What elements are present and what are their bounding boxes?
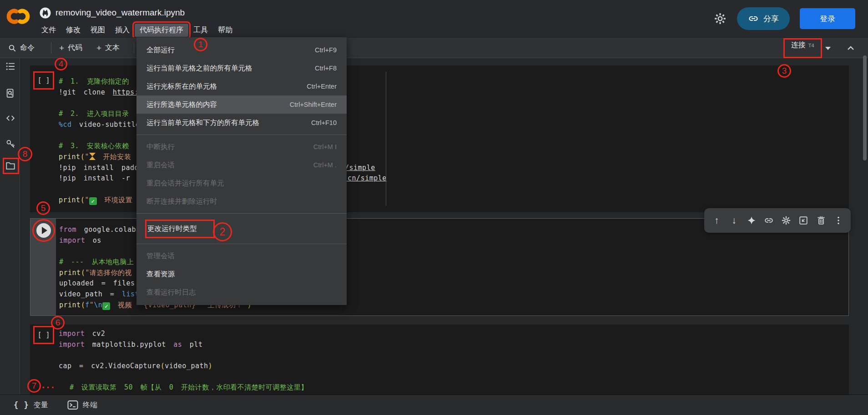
code-line	[59, 372, 308, 383]
annotation-circle-7: 7	[27, 379, 41, 393]
run-cell-button[interactable]	[36, 223, 51, 238]
check-emoji: ✓	[89, 197, 97, 205]
menubar-item-7[interactable]: 帮助	[213, 24, 237, 37]
insert-link-icon[interactable]	[763, 215, 775, 226]
toolbar-separator	[51, 42, 51, 54]
code-line: !pip install -ru.cn/simple	[59, 173, 140, 184]
code-line: print(" 开始安装	[59, 152, 140, 163]
runtime-menu-item[interactable]: 查看资源	[136, 265, 347, 283]
annotation-dots: ···	[42, 382, 56, 394]
gemini-icon[interactable]	[746, 215, 757, 226]
colab-logo-icon[interactable]	[5, 6, 31, 26]
connect-button[interactable]: 连接 T4	[786, 40, 820, 56]
toolbar: 命令 + 代码 + 文本 连接 T4	[0, 37, 868, 58]
code-line: import matplotlib.pyplot as plt	[59, 340, 308, 350]
plus-icon: +	[96, 43, 101, 53]
code-line: # 3. 安装核心依赖	[59, 141, 140, 152]
cell-run-gutter[interactable]: [ ]	[35, 74, 52, 87]
code-cell-3[interactable]: [ ] import cv2import matplotlib.pyplot a…	[30, 325, 849, 395]
braces-icon: { }	[14, 400, 29, 410]
variables-button[interactable]: { } 变量	[14, 400, 48, 410]
header-actions: 分享 登录	[713, 0, 859, 37]
open-in-tab-icon[interactable]	[797, 215, 809, 226]
runtime-menu: 全部运行Ctrl+F9运行当前单元格之前的所有单元格Ctrl+F8运行光标所在的…	[136, 37, 347, 305]
menu-item-label: 运行当前单元格和下方的所有单元格	[146, 118, 259, 128]
runtime-menu-item: 重启会话Ctrl+M .	[136, 156, 347, 174]
terminal-icon	[67, 400, 78, 410]
menu-item-label: 全部运行	[146, 45, 175, 55]
menu-divider	[136, 213, 347, 214]
signin-button[interactable]: 登录	[800, 8, 855, 29]
menu-item-label: 运行所选单元格的内容	[146, 100, 217, 110]
left-sidebar	[0, 58, 20, 395]
menu-item-shortcut: Ctrl+Shift+Enter	[290, 101, 337, 108]
find-icon[interactable]	[5, 88, 16, 99]
edit-settings-icon[interactable]	[780, 215, 792, 226]
code-line	[59, 184, 140, 195]
toolbar-separator	[134, 42, 134, 54]
code-line-tail: /simple	[345, 163, 375, 174]
share-link-icon	[748, 13, 759, 24]
runtime-menu-item: 查看运行时日志	[136, 283, 347, 301]
code-line: # 2. 进入项目目录	[59, 109, 140, 120]
annotation-circle-8: 8	[18, 147, 32, 161]
runtime-menu-item: 重启会话并运行所有单元	[136, 174, 347, 192]
terminal-label: 终端	[83, 400, 97, 410]
share-button[interactable]: 分享	[737, 7, 790, 30]
menubar-item-2[interactable]: 修改	[61, 24, 86, 37]
connect-dropdown-caret-icon[interactable]	[825, 47, 831, 50]
code-line: !pip install padd/simple	[59, 163, 140, 174]
runtime-menu-item[interactable]: 运行当前单元格之前的所有单元格Ctrl+F8	[136, 59, 347, 77]
add-code-button[interactable]: + 代码	[59, 38, 82, 58]
secrets-icon[interactable]	[5, 139, 16, 150]
connect-label: 连接	[791, 40, 806, 50]
scrollbar-thumb[interactable]	[863, 55, 867, 160]
menu-item-label: 运行光标所在的单元格	[146, 82, 217, 91]
code-snippets-icon[interactable]	[5, 113, 16, 124]
menu-item-label: 运行当前单元格之前的所有单元格	[146, 64, 252, 73]
code-editor[interactable]: import cv2import matplotlib.pyplot as pl…	[59, 329, 308, 393]
menubar-item-4[interactable]: 插入	[110, 24, 135, 37]
code-line: print("✓ 环境设置	[59, 195, 140, 206]
cell-toolbar: ↑↓	[704, 208, 851, 233]
runtime-menu-item[interactable]: 运行当前单元格和下方的所有单元格Ctrl+F10	[136, 114, 347, 132]
toc-icon[interactable]	[5, 61, 16, 72]
code-editor[interactable]: # 1. 克隆你指定的!git clone https:# 2. 进入项目目录%…	[59, 76, 140, 205]
runtime-menu-item[interactable]: 运行光标所在的单元格Ctrl+Enter	[136, 77, 347, 95]
cell-run-gutter[interactable]: [ ]	[35, 328, 52, 342]
colab-window: removing_video_watermark.ipynb 文件修改视图插入代…	[0, 0, 868, 415]
notebook-title[interactable]: removing_video_watermark.ipynb	[56, 8, 185, 18]
runtime-menu-item[interactable]: 运行所选单元格的内容Ctrl+Shift+Enter	[136, 95, 347, 114]
files-icon[interactable]	[5, 160, 16, 171]
delete-icon[interactable]	[815, 215, 827, 226]
code-line	[59, 98, 140, 109]
code-line: cap = cv2.VideoCapture(video_path)	[59, 361, 308, 372]
settings-gear-icon[interactable]	[713, 12, 727, 25]
runtime-menu-item[interactable]: 全部运行Ctrl+F9	[136, 41, 347, 59]
runtime-menu-item: 断开连接并删除运行时	[136, 192, 347, 210]
accelerator-badge: T4	[808, 43, 814, 49]
variables-label: 变量	[34, 400, 48, 410]
terminal-button[interactable]: 终端	[67, 400, 97, 410]
menubar-item-3[interactable]: 视图	[86, 24, 110, 37]
runtime-menu-item[interactable]: 更改运行时类型	[136, 216, 347, 241]
menu-divider	[136, 135, 347, 135]
footer-bar: { } 变量 终端	[0, 395, 868, 415]
collapse-header-chevron-icon[interactable]	[845, 43, 856, 54]
command-palette-button[interactable]: 命令	[8, 38, 35, 58]
menu-item-shortcut: Ctrl+M I	[313, 143, 337, 150]
menubar-item-1[interactable]: 文件	[36, 24, 61, 37]
move-down-icon[interactable]: ↓	[728, 215, 740, 226]
menubar-item-5[interactable]: 代码执行程序	[135, 24, 188, 37]
menubar-item-6[interactable]: 工具	[188, 24, 213, 37]
header: removing_video_watermark.ipynb 文件修改视图插入代…	[0, 0, 868, 37]
menu-item-shortcut: Ctrl+F10	[311, 119, 337, 126]
menu-item-label: 重启会话并运行所有单元	[146, 179, 224, 188]
runtime-menu-item: 中断执行Ctrl+M I	[136, 138, 347, 156]
search-icon	[8, 44, 16, 52]
menu-item-label: 断开连接并删除运行时	[146, 197, 217, 206]
menu-item-label: 中断执行	[146, 142, 175, 152]
more-vert-icon[interactable]	[833, 215, 844, 226]
move-up-icon[interactable]: ↑	[711, 215, 722, 226]
add-text-button[interactable]: + 文本	[96, 38, 120, 58]
